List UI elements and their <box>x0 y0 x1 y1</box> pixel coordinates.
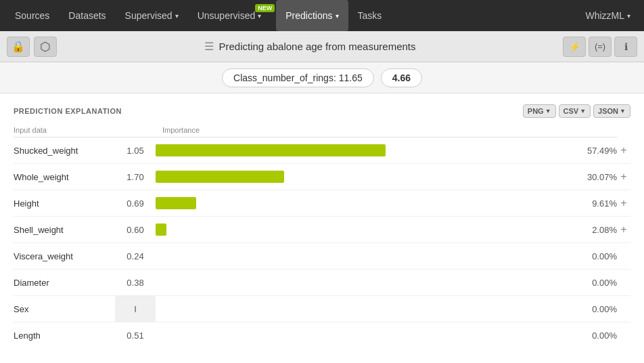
add-feature-button <box>617 296 630 322</box>
input-data-header: Input data <box>14 126 156 137</box>
add-feature-button <box>617 270 630 296</box>
export-csv-button[interactable]: CSV ▼ <box>559 104 591 118</box>
add-feature-button[interactable]: + <box>617 164 630 190</box>
new-badge: NEW <box>255 4 275 12</box>
percent-value: 57.49% <box>576 137 617 164</box>
csv-label: CSV <box>564 107 579 115</box>
add-feature-button[interactable]: + <box>617 217 630 243</box>
feature-value: 0.38 <box>115 270 156 296</box>
formula-icon: (=) <box>595 41 605 51</box>
hierarchy-button[interactable]: ⬡ <box>34 37 57 57</box>
nav-brand[interactable]: WhizzML ▾ <box>577 10 639 21</box>
percent-value: 2.08% <box>576 217 617 243</box>
feature-value: 0.51 <box>115 322 156 349</box>
table-row: Shell_weight 0.60 2.08% + <box>14 217 630 243</box>
nav-tasks[interactable]: Tasks <box>348 0 392 31</box>
nav-sources[interactable]: Sources <box>5 0 59 31</box>
percent-header <box>576 126 617 137</box>
feature-name: Shell_weight <box>14 217 115 243</box>
feature-name: Whole_weight <box>14 164 115 190</box>
lock-button[interactable]: 🔒 <box>7 37 30 57</box>
importance-bar-cell <box>156 164 576 190</box>
add-feature-button <box>617 243 630 270</box>
csv-download-icon: ▼ <box>580 108 586 114</box>
importance-bar-cell <box>156 296 576 322</box>
percent-value: 0.00% <box>576 296 617 322</box>
brand-caret: ▾ <box>627 12 630 20</box>
png-download-icon: ▼ <box>545 108 551 114</box>
nav-supervised-label: Supervised <box>125 10 172 21</box>
percent-value: 0.00% <box>576 243 617 270</box>
refresh-button[interactable]: ⚡ <box>563 37 586 57</box>
table-row: Whole_weight 1.70 30.07% + <box>14 164 630 190</box>
bar-fill <box>156 197 196 209</box>
feature-value: 0.24 <box>115 243 156 270</box>
table-row: Diameter 0.38 0.00% <box>14 270 630 296</box>
feature-name: Length <box>14 322 115 349</box>
add-feature-button[interactable]: + <box>617 137 630 164</box>
bar-fill <box>156 223 166 236</box>
feature-name: Sex <box>14 296 115 322</box>
importance-header: Importance <box>156 126 576 137</box>
nav-unsupervised-label: Unsupervised <box>198 10 256 21</box>
section-header: PREDICTION EXPLANATION PNG ▼ CSV ▼ JSON … <box>14 104 630 118</box>
percent-value: 0.00% <box>576 322 617 349</box>
nav-tasks-label: Tasks <box>358 10 382 21</box>
table-row: Length 0.51 0.00% <box>14 322 630 349</box>
prediction-field: Class_number_of_rings: 11.65 <box>222 68 374 87</box>
importance-bar-cell <box>156 217 576 243</box>
unsupervised-caret: ▾ <box>258 12 261 20</box>
nav-supervised[interactable]: Supervised ▾ <box>116 0 188 31</box>
prediction-field-label: Class_number_of_rings: 11.65 <box>233 72 363 83</box>
json-label: JSON <box>598 107 618 115</box>
supervised-caret: ▾ <box>175 12 179 20</box>
nav-datasets[interactable]: Datasets <box>59 0 115 31</box>
formula-button[interactable]: (=) <box>589 37 612 57</box>
percent-value: 9.61% <box>576 190 617 217</box>
nav-predictions-label: Predictions <box>285 10 332 21</box>
importance-bar-cell <box>156 137 576 164</box>
prediction-value: 4.66 <box>381 68 422 87</box>
feature-value: I <box>115 296 156 322</box>
add-feature-button <box>617 322 630 349</box>
predictions-caret: ▾ <box>336 12 339 20</box>
bar-container <box>156 301 555 316</box>
brand-label: WhizzML <box>585 10 624 21</box>
importance-table: Input data Importance Shucked_weight 1.0… <box>14 126 630 348</box>
nav-predictions[interactable]: Predictions ▾ <box>276 0 348 31</box>
hierarchy-icon: ⬡ <box>40 39 51 54</box>
prediction-bar: Class_number_of_rings: 11.65 4.66 <box>0 62 644 93</box>
navbar: Sources Datasets Supervised ▾ NEW Unsupe… <box>0 0 644 31</box>
toolbar-actions: ⚡ (=) ℹ <box>563 37 637 57</box>
export-png-button[interactable]: PNG ▼ <box>523 104 556 118</box>
importance-bar-cell <box>156 322 576 349</box>
bar-container <box>156 169 555 184</box>
info-icon: ℹ <box>624 41 628 52</box>
importance-bar-cell <box>156 270 576 296</box>
export-buttons: PNG ▼ CSV ▼ JSON ▼ <box>523 104 630 118</box>
feature-value: 0.69 <box>115 190 156 217</box>
table-row: Shucked_weight 1.05 57.49% + <box>14 137 630 164</box>
json-download-icon: ▼ <box>620 108 626 114</box>
importance-bar-cell <box>156 243 576 270</box>
nav-unsupervised[interactable]: NEW Unsupervised ▾ <box>188 0 277 31</box>
percent-value: 0.00% <box>576 270 617 296</box>
importance-bar-cell <box>156 190 576 217</box>
nav-datasets-label: Datasets <box>68 10 106 21</box>
info-button[interactable]: ℹ <box>614 37 637 57</box>
feature-name: Diameter <box>14 270 115 296</box>
table-row: Sex I 0.00% <box>14 296 630 322</box>
section-title: PREDICTION EXPLANATION <box>14 107 122 115</box>
refresh-icon: ⚡ <box>569 41 580 52</box>
bar-fill <box>156 171 284 183</box>
feature-name: Viscera_weight <box>14 243 115 270</box>
bar-container <box>156 222 555 237</box>
export-json-button[interactable]: JSON ▼ <box>593 104 630 118</box>
toolbar-title-area: ☰ Predicting abalone age from measuremen… <box>61 40 559 53</box>
plus-header <box>617 126 630 137</box>
doc-icon: ☰ <box>204 40 214 53</box>
add-feature-button[interactable]: + <box>617 190 630 217</box>
png-label: PNG <box>528 107 544 115</box>
lock-icon: 🔒 <box>12 40 25 53</box>
feature-value: 0.60 <box>115 217 156 243</box>
